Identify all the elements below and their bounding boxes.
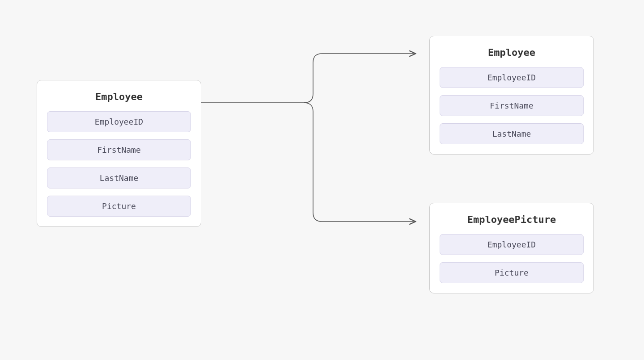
entity-title: Employee: [47, 91, 191, 102]
field-picture: Picture: [440, 262, 584, 283]
field-employeeid: EmployeeID: [47, 111, 191, 132]
entity-title: EmployeePicture: [440, 214, 584, 225]
entity-employeepicture: EmployeePicture EmployeeID Picture: [429, 203, 594, 293]
entity-title: Employee: [440, 47, 584, 58]
entity-employee-target: Employee EmployeeID FirstName LastName: [429, 36, 594, 155]
field-lastname: LastName: [47, 167, 191, 188]
field-employeeid: EmployeeID: [440, 67, 584, 88]
field-employeeid: EmployeeID: [440, 234, 584, 255]
field-firstname: FirstName: [47, 139, 191, 160]
field-picture: Picture: [47, 196, 191, 217]
field-lastname: LastName: [440, 123, 584, 144]
field-firstname: FirstName: [440, 95, 584, 116]
entity-employee-source: Employee EmployeeID FirstName LastName P…: [37, 80, 201, 227]
